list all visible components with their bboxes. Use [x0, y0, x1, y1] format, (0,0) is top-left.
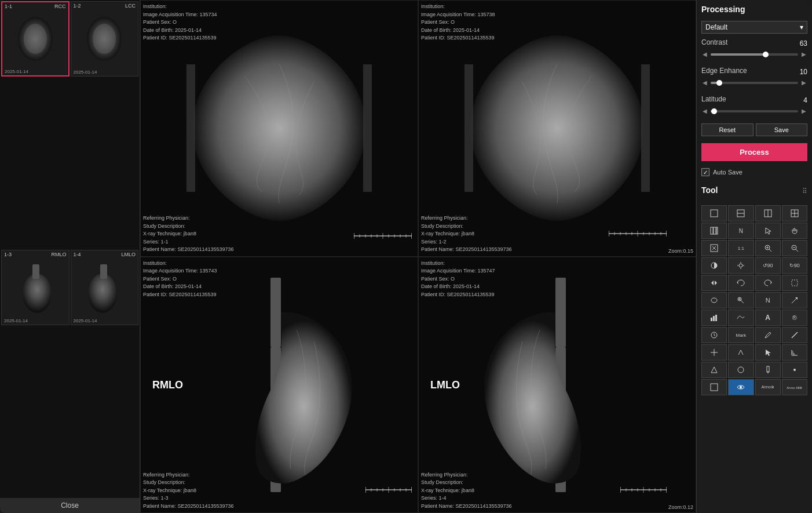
preset-dropdown[interactable]: Default ▾ [701, 21, 807, 34]
tool-crop[interactable] [782, 275, 807, 291]
contrast-decrease-btn[interactable]: ◀ [701, 50, 708, 59]
svg-rect-85 [792, 280, 798, 286]
svg-rect-5 [32, 264, 39, 279]
viewport-info-br: Institution: Image Acquisition Time: 135… [421, 260, 495, 299]
thumbnail-panel: 1-1 RCC 2025-01-14 1-2 LCC 2025-01-14 1-… [0, 0, 140, 513]
tool-pencil2[interactable] [755, 362, 781, 378]
thumb-label-lcc: LCC [125, 3, 136, 9]
tool-title: Tool [701, 185, 718, 195]
tool-mark[interactable]: Mark [728, 327, 754, 343]
tool-angle2[interactable] [728, 344, 754, 361]
svg-rect-92 [711, 318, 712, 321]
tool-cursor[interactable] [755, 223, 781, 239]
svg-point-6 [88, 274, 117, 313]
tool-measure-angle[interactable] [782, 344, 807, 361]
tool-rotate-ccw[interactable]: ↺90 [755, 257, 781, 274]
thumb-date-lcc: 2025-01-14 [74, 70, 97, 75]
tool-zoom-1to1[interactable]: 1:1 [728, 240, 754, 256]
edge-decrease-btn[interactable]: ◀ [701, 78, 708, 87]
svg-line-73 [769, 249, 771, 252]
svg-point-103 [793, 369, 796, 371]
viewport-bottom-right[interactable]: Institution: Image Acquisition Time: 135… [418, 257, 696, 514]
svg-rect-102 [767, 366, 769, 372]
tool-line[interactable] [782, 327, 807, 343]
tool-pen[interactable] [755, 327, 781, 343]
svg-rect-68 [711, 227, 713, 234]
viewport-info-tr: Institution: Image Acquisition Time: 135… [421, 3, 495, 42]
latitude-slider[interactable] [711, 110, 798, 112]
svg-rect-70 [716, 227, 718, 234]
edge-increase-btn[interactable]: ▶ [800, 78, 807, 87]
tool-registered[interactable]: ® [782, 310, 807, 326]
tool-layout-2v[interactable] [755, 205, 781, 221]
tool-wave[interactable] [728, 310, 754, 326]
svg-rect-104 [711, 384, 718, 391]
viewport-top-left[interactable]: Institution: Image Acquisition Time: 135… [140, 0, 418, 257]
thumbnail-lmlo[interactable]: 1-4 LMLO 2025-01-14 [71, 250, 139, 325]
contrast-slider[interactable] [711, 53, 798, 56]
svg-point-105 [740, 386, 742, 388]
tool-invert[interactable] [701, 257, 727, 274]
latitude-decrease-btn[interactable]: ◀ [701, 107, 708, 115]
tool-rotate-cw[interactable]: ↻90 [782, 257, 807, 274]
tool-anno-all-x[interactable]: Anno All⊗ [782, 379, 807, 395]
tool-redo[interactable] [755, 275, 781, 291]
tool-layout-4[interactable] [782, 205, 807, 221]
tool-n-marker[interactable]: N [755, 292, 781, 308]
svg-rect-23 [641, 64, 650, 192]
tool-zoom-in[interactable] [755, 240, 781, 256]
tool-flip-h[interactable] [701, 275, 727, 291]
tool-ellipse[interactable] [701, 292, 727, 308]
tool-hand[interactable] [782, 223, 807, 239]
tool-layout-3h[interactable] [701, 223, 727, 239]
latitude-increase-btn[interactable]: ▶ [800, 107, 807, 115]
tool-layout-2h[interactable] [728, 205, 754, 221]
viewport-zoom-tr: Zoom:0.15 [668, 248, 693, 254]
svg-rect-9 [363, 64, 372, 192]
tool-chart[interactable] [701, 310, 727, 326]
thumbnail-rcc[interactable]: 1-1 RCC 2025-01-14 [1, 1, 70, 77]
tool-layout-bottom[interactable] [701, 379, 727, 395]
tool-eye[interactable] [728, 379, 754, 395]
save-button[interactable]: Save [756, 123, 808, 136]
svg-line-88 [741, 300, 744, 303]
tool-zoom-region[interactable] [728, 292, 754, 308]
tool-select[interactable] [755, 344, 781, 361]
edge-enhance-label: Edge Enhance [701, 67, 747, 75]
tool-undo[interactable] [728, 275, 754, 291]
viewport-label-rmlo: RMLO [152, 379, 183, 391]
checkbox-icon: ✓ [701, 168, 709, 176]
tool-zoom-fit[interactable] [701, 240, 727, 256]
tool-text[interactable]: A [755, 310, 781, 326]
thumbnail-rmlo[interactable]: 1-3 RMLO 2025-01-14 [1, 250, 70, 325]
tool-anno-x[interactable]: Anno⊗ [755, 379, 781, 395]
tool-triangle[interactable] [701, 362, 727, 378]
tool-layout-1[interactable] [701, 205, 727, 221]
thumb-date-rmlo: 2025-01-14 [4, 318, 28, 323]
thumb-image-lcc [84, 13, 125, 65]
tool-crosshair[interactable] [701, 344, 727, 361]
viewport-top-right[interactable]: Institution: Image Acquisition Time: 135… [418, 0, 696, 257]
tool-arrow[interactable] [782, 292, 807, 308]
thumbnail-lcc[interactable]: 1-2 LCC 2025-01-14 [71, 1, 139, 77]
svg-rect-69 [714, 227, 716, 234]
thumb-label-11: 1-1 [5, 3, 12, 9]
viewport-bottom-left[interactable]: Institution: Image Acquisition Time: 135… [140, 257, 418, 514]
tool-layout-n[interactable]: N [728, 223, 754, 239]
tool-clock[interactable] [701, 327, 727, 343]
right-panel: Processing Default ▾ Contrast 63 ◀ ▶ Edg… [696, 0, 812, 513]
viewport-label-lmlo: LMLO [430, 379, 460, 391]
ruler-tl [354, 230, 412, 242]
viewport-bottom-tr: Referring Physician: Study Description: … [421, 214, 512, 254]
close-button[interactable]: Close [0, 498, 140, 513]
reset-button[interactable]: Reset [701, 123, 754, 136]
edge-slider[interactable] [711, 82, 798, 84]
tool-dot[interactable] [782, 362, 807, 378]
contrast-increase-btn[interactable]: ▶ [800, 50, 807, 59]
tool-zoom-out[interactable] [782, 240, 807, 256]
tool-brighten[interactable] [728, 257, 754, 274]
auto-save-checkbox[interactable]: ✓ [701, 168, 709, 176]
svg-point-3 [93, 24, 116, 54]
tool-circle2[interactable] [728, 362, 754, 378]
process-button[interactable]: Process [701, 143, 807, 161]
